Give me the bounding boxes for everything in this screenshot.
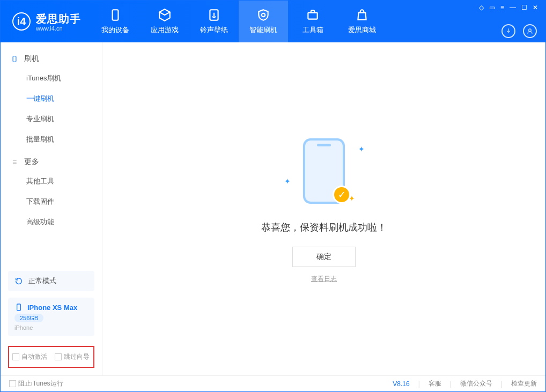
confirm-button[interactable]: 确定 [292,247,356,267]
tab-label: 智能刷机 [249,25,277,35]
shirt-icon[interactable]: ◇ [479,4,484,11]
app-header: i4 爱思助手 www.i4.cn 我的设备 应用游戏 铃声壁纸 智能刷机 工具… [1,1,545,42]
main-tabs: 我的设备 应用游戏 铃声壁纸 智能刷机 工具箱 爱思商城 [91,1,545,42]
sidebar-item-itunes-flash[interactable]: iTunes刷机 [1,68,102,88]
tab-label: 工具箱 [302,25,323,35]
tab-label: 爱思商城 [348,25,376,35]
device-capacity: 256GB [14,314,43,322]
customer-service-link[interactable]: 客服 [429,379,441,388]
sidebar-header-flash: 刷机 [1,50,102,68]
main-content: ✦ ✦ ✦ ✓ 恭喜您，保资料刷机成功啦！ 确定 查看日志 [102,42,545,375]
tab-label: 我的设备 [101,25,129,35]
tab-toolbox[interactable]: 工具箱 [288,1,337,42]
sparkle-icon: ✦ [284,177,291,186]
sparkle-icon: ✦ [358,145,365,153]
window-controls: ◇ ▭ ≡ — ☐ ✕ [479,4,538,11]
footer: 阻止iTunes运行 V8.16 | 客服 | 微信公众号 | 检查更新 [1,375,545,391]
refresh-icon [14,277,23,285]
checkbox-icon [12,353,19,360]
shield-refresh-icon [256,8,270,22]
success-illustration: ✦ ✦ ✦ ✓ [281,134,367,209]
download-icon [505,27,512,35]
list-icon: ≡ [10,158,19,166]
account-button[interactable] [523,24,537,38]
body: 刷机 iTunes刷机 一键刷机 专业刷机 批量刷机 ≡ 更多 其他工具 下载固… [1,42,545,375]
sidebar-header-more: ≡ 更多 [1,153,102,171]
wechat-link[interactable]: 微信公众号 [460,379,492,388]
phone-icon [10,55,19,63]
sidebar-section-flash: 刷机 iTunes刷机 一键刷机 专业刷机 批量刷机 [1,50,102,150]
note-icon [207,8,221,22]
skip-guide-option[interactable]: 跳过向导 [55,352,90,361]
app-title: 爱思助手 [36,12,81,26]
app-logo-icon: i4 [12,12,31,31]
cube-icon [158,8,172,22]
minimize-button[interactable]: — [510,4,516,11]
skip-guide-label: 跳过向导 [64,353,90,360]
view-log-link[interactable]: 查看日志 [311,275,337,284]
auto-activate-option[interactable]: 自动激活 [12,352,47,361]
logo-text: 爱思助手 www.i4.cn [36,12,81,32]
checkbox-icon [55,353,62,360]
device-card[interactable]: iPhone XS Max 256GB iPhone [8,298,94,336]
sidebar-item-batch-flash[interactable]: 批量刷机 [1,129,102,150]
sidebar-item-oneclick-flash[interactable]: 一键刷机 [1,88,102,109]
flash-options-row: 自动激活 跳过向导 [8,346,94,368]
divider: | [501,380,503,388]
tab-my-device[interactable]: 我的设备 [91,1,140,42]
success-message: 恭喜您，保资料刷机成功啦！ [261,221,387,234]
tab-apps[interactable]: 应用游戏 [140,1,189,42]
auto-activate-label: 自动激活 [21,353,47,360]
bag-icon [355,8,369,22]
divider: | [418,380,420,388]
sidebar: 刷机 iTunes刷机 一键刷机 专业刷机 批量刷机 ≡ 更多 其他工具 下载固… [1,42,102,375]
sidebar-item-pro-flash[interactable]: 专业刷机 [1,109,102,129]
sidebar-section-title: 刷机 [24,54,39,64]
block-itunes-label: 阻止iTunes运行 [18,380,63,387]
logo-area: i4 爱思助手 www.i4.cn [1,1,91,42]
sidebar-item-advanced[interactable]: 高级功能 [1,212,102,232]
device-name: iPhone XS Max [27,304,77,312]
sidebar-item-download-firmware[interactable]: 下载固件 [1,191,102,212]
user-icon [526,27,534,35]
success-check-icon: ✓ [333,186,351,204]
close-button[interactable]: ✕ [533,4,538,11]
svg-rect-2 [308,13,317,19]
device-type: iPhone [14,324,33,331]
footer-left: 阻止iTunes运行 [9,379,63,388]
sidebar-item-other-tools[interactable]: 其他工具 [1,171,102,191]
app-subtitle: www.i4.cn [36,25,81,32]
tab-store[interactable]: 爱思商城 [337,1,387,42]
tab-label: 应用游戏 [151,25,179,35]
feedback-icon[interactable]: ▭ [489,4,495,11]
mode-card[interactable]: 正常模式 [8,271,94,291]
svg-rect-5 [17,304,21,310]
device-phone-icon [14,303,23,312]
device-icon [108,8,122,22]
svg-rect-0 [113,10,119,20]
svg-rect-4 [13,56,16,62]
toolbox-icon [306,8,320,22]
block-itunes-option[interactable]: 阻止iTunes运行 [9,379,63,388]
tab-ringtone[interactable]: 铃声壁纸 [189,1,239,42]
svg-point-3 [529,29,532,32]
divider: | [450,380,452,388]
header-actions [501,24,537,38]
mode-label: 正常模式 [28,276,56,286]
sidebar-section-more: ≡ 更多 其他工具 下载固件 高级功能 [1,153,102,232]
checkbox-icon [9,380,16,387]
maximize-button[interactable]: ☐ [521,4,527,11]
check-update-link[interactable]: 检查更新 [511,379,537,388]
tab-flash[interactable]: 智能刷机 [239,1,288,42]
menu-icon[interactable]: ≡ [500,4,504,11]
tab-label: 铃声壁纸 [200,25,228,35]
sidebar-section-title: 更多 [24,157,39,167]
footer-right: V8.16 | 客服 | 微信公众号 | 检查更新 [393,379,537,388]
version-label: V8.16 [393,380,409,388]
download-button[interactable] [501,24,515,38]
